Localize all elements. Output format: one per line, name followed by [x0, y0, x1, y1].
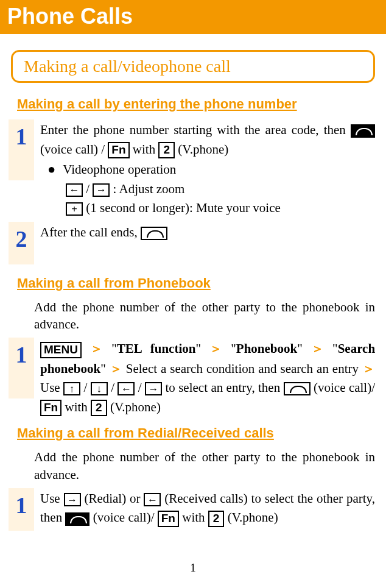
- right-arrow-icon: →: [93, 183, 110, 197]
- heading-redial: Making a call from Redial/Received calls: [17, 425, 375, 441]
- text: Phonebook: [236, 341, 297, 356]
- text: /: [86, 182, 93, 196]
- text: : Adjust zoom: [113, 182, 185, 196]
- text: ": [297, 341, 303, 356]
- step-body: Use → (Redial) or ← (Received calls) to …: [40, 488, 375, 528]
- key-2: 2: [208, 511, 225, 527]
- text: with: [65, 400, 91, 414]
- text: /: [111, 380, 118, 395]
- text: Select a search condition and search an …: [126, 361, 362, 376]
- text: Videophone operation: [63, 160, 176, 180]
- text: (1 second or longer): Mute your voice: [86, 200, 281, 215]
- up-arrow-icon: ↑: [63, 382, 80, 395]
- text: /: [138, 380, 145, 395]
- text: Use: [40, 380, 63, 395]
- left-arrow-icon: ←: [118, 382, 135, 395]
- bullet-videophone: ● Videophone operation: [47, 159, 375, 180]
- left-arrow-icon: ←: [144, 493, 161, 506]
- call-icon: [284, 382, 311, 395]
- section-title-box: Making a call/videophone call: [11, 50, 375, 83]
- page-banner: Phone Calls: [0, 0, 386, 34]
- text: (voice call)/: [314, 380, 375, 395]
- step-number: 1: [9, 338, 34, 398]
- text: TEL function: [117, 341, 196, 356]
- step-1-phonebook: 1 MENU ＞ "TEL function" ＞ "Phonebook" ＞ …: [9, 338, 375, 417]
- breadcrumb-sep: ＞: [362, 361, 375, 375]
- breadcrumb-sep: ＞: [209, 341, 222, 355]
- heading-phonebook: Making a call from Phonebook: [17, 275, 375, 291]
- call-icon: [351, 124, 375, 138]
- text: Enter the phone number starting with the…: [40, 122, 351, 137]
- right-arrow-icon: →: [64, 493, 81, 506]
- menu-key: MENU: [40, 342, 82, 358]
- step-number: 2: [9, 222, 34, 264]
- section-title: Making a call/videophone call: [24, 57, 231, 76]
- key-2: 2: [158, 142, 175, 158]
- fn-key: Fn: [108, 142, 129, 158]
- text: (Redial) or: [84, 491, 144, 506]
- text: /: [83, 380, 90, 395]
- text: ": [100, 361, 106, 376]
- left-arrow-icon: ←: [66, 183, 83, 197]
- text: (V.phone): [110, 400, 161, 414]
- call-icon: [65, 512, 89, 526]
- heading-enter-number: Making a call by entering the phone numb…: [17, 96, 375, 112]
- sub-mute: + (1 second or longer): Mute your voice: [66, 199, 375, 218]
- text: (V.phone): [228, 510, 278, 525]
- text: with: [133, 142, 159, 157]
- phonebook-intro: Add the phone number of the other party …: [34, 299, 375, 333]
- text: (voice call)/: [93, 510, 158, 525]
- plus-icon: +: [66, 202, 83, 216]
- text: ": [195, 341, 201, 356]
- step-body: MENU ＞ "TEL function" ＞ "Phonebook" ＞ "S…: [40, 338, 375, 417]
- redial-intro: Add the phone number of the other party …: [34, 448, 375, 483]
- text: ": [332, 341, 338, 356]
- step-body: After the call ends,: [40, 222, 375, 243]
- fn-key: Fn: [158, 511, 179, 527]
- down-arrow-icon: ↓: [91, 382, 108, 395]
- breadcrumb-sep: ＞: [311, 341, 324, 355]
- step-2-end-call: 2 After the call ends,: [9, 222, 375, 264]
- page-number: 1: [0, 561, 386, 575]
- step-1-enter-number: 1 Enter the phone number starting with t…: [9, 119, 375, 218]
- text: ": [231, 341, 236, 356]
- step-body: Enter the phone number starting with the…: [40, 119, 375, 218]
- fn-key: Fn: [40, 400, 61, 416]
- text: (V.phone): [178, 142, 228, 157]
- text: After the call ends,: [40, 225, 141, 239]
- breadcrumb-sep: ＞: [90, 341, 103, 355]
- step-number: 1: [9, 488, 34, 531]
- key-2: 2: [91, 400, 107, 416]
- right-arrow-icon: →: [145, 382, 162, 395]
- text: with: [182, 510, 208, 525]
- text: Use: [40, 491, 64, 506]
- text: ": [111, 341, 117, 356]
- text: to select an entry, then: [165, 380, 283, 395]
- end-call-icon: [141, 227, 167, 240]
- bullet-icon: ●: [47, 159, 55, 179]
- step-number: 1: [9, 119, 34, 180]
- step-1-redial: 1 Use → (Redial) or ← (Received calls) t…: [9, 488, 375, 531]
- breadcrumb-sep: ＞: [110, 361, 122, 375]
- text: (voice call) /: [40, 142, 108, 157]
- sub-zoom: ← / → : Adjust zoom: [66, 180, 375, 199]
